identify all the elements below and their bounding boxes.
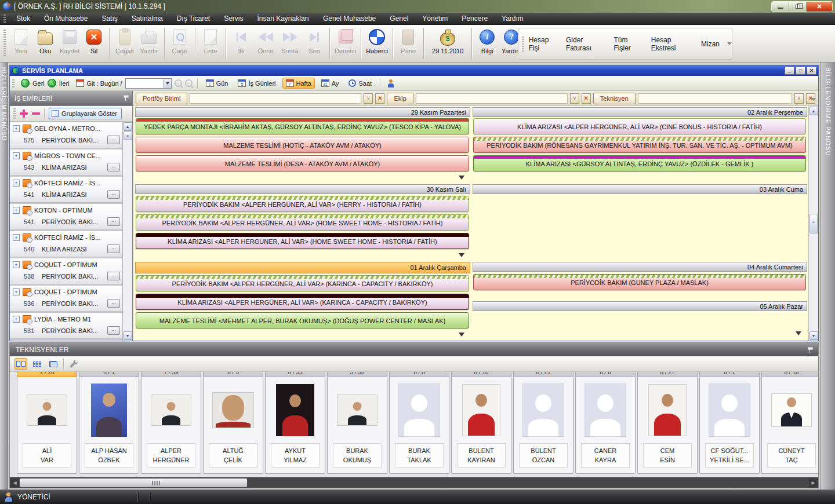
planner-toolbar-overflow-icon[interactable] bbox=[811, 98, 816, 101]
technician-card[interactable]: 8 / 1 ALP HASANÖZBEK bbox=[79, 364, 139, 474]
calendar-event[interactable]: KLİMA ARIZASI <ALPER HERGÜNER, ALİ VAR> … bbox=[136, 294, 469, 310]
work-order-detail-button[interactable]: ... bbox=[107, 299, 120, 308]
technician-card[interactable]: 7 / 59 ALPERHERGÜNER bbox=[141, 364, 201, 474]
day-header[interactable]: 04 Aralık Cumartesi bbox=[473, 262, 807, 272]
menu-satis[interactable]: Satış bbox=[95, 13, 124, 24]
info-board-strip[interactable]: BİLGİLENDİRME PANOSU bbox=[821, 63, 835, 490]
team-button[interactable]: Ekip bbox=[387, 93, 413, 104]
day-header[interactable]: 29 Kasım Pazartesi bbox=[135, 107, 470, 117]
scroll-up-icon[interactable]: ▲ bbox=[124, 122, 132, 131]
expand-icon[interactable]: + bbox=[13, 316, 20, 323]
add-icon[interactable] bbox=[20, 109, 28, 118]
menu-on-muhasebe[interactable]: Ön Muhasebe bbox=[37, 13, 95, 24]
technician-person-icon[interactable] bbox=[387, 79, 394, 87]
day-header[interactable]: 05 Aralık Pazar bbox=[473, 301, 807, 311]
messenger-button[interactable]: Haberci bbox=[364, 25, 390, 61]
technicians-scrollbar[interactable]: ◀ ▶ bbox=[10, 477, 818, 488]
technician-card[interactable]: 8 / 1 CF SOĞUT...YETKİLİ SE... bbox=[699, 364, 760, 474]
quick-link-tum-fisler[interactable]: Tüm Fişler bbox=[614, 36, 644, 52]
day-header[interactable]: 03 Aralık Cuma bbox=[473, 184, 807, 194]
calendar-scrollbar[interactable]: ▲ ▼ bbox=[808, 106, 818, 341]
portfolio-unit-combobox[interactable] bbox=[190, 93, 361, 104]
scroll-left-icon[interactable]: ◀ bbox=[10, 479, 19, 487]
menu-satinalma[interactable]: Satınalma bbox=[125, 13, 170, 24]
calendar-event[interactable]: PERİYODİK BAKIM (GÜNEY PLAZA / MASLAK) bbox=[473, 274, 806, 290]
last-button[interactable]: Son bbox=[302, 25, 326, 61]
technician-card[interactable]: 7 / 26 ALİVAR bbox=[17, 364, 77, 474]
portfolio-clear-icon[interactable]: ✕ bbox=[375, 93, 384, 104]
group-checkbox[interactable] bbox=[52, 110, 59, 117]
technician-card[interactable]: 8 / 18 BÜLENTKAYIRAN bbox=[451, 364, 511, 474]
quick-link-hesap-ekstresi[interactable]: Hesap Ekstresi bbox=[651, 36, 694, 52]
duplicate-button[interactable]: Çoğalt bbox=[112, 25, 137, 61]
call-button[interactable]: Çağır bbox=[168, 25, 192, 61]
calendar-scroll-thumb[interactable] bbox=[809, 214, 818, 233]
technician-card[interactable]: 8 / 27 CEMESİN bbox=[637, 364, 698, 474]
calendar-event[interactable]: MALZEME TESLİMİ (HOTİÇ - ATAKÖY AVM / AT… bbox=[136, 137, 469, 153]
calendar-event[interactable]: KLİMA ARIZASI <ALPER HERGÜNER, ALİ VAR> … bbox=[473, 118, 806, 134]
technicians-scroll-thumb[interactable] bbox=[20, 479, 247, 487]
save-button[interactable]: Kaydet bbox=[57, 25, 82, 61]
expand-icon[interactable]: + bbox=[13, 288, 20, 295]
zoom-out-icon[interactable]: − bbox=[185, 79, 193, 87]
work-order-row[interactable]: +LYDIA - METRO M1 531PERİYODİK BAKI.....… bbox=[10, 313, 122, 338]
quick-link-gider-faturasi[interactable]: Gider Faturası bbox=[566, 36, 607, 52]
cascade-view-button[interactable] bbox=[47, 358, 60, 370]
menu-pencere[interactable]: Pencere bbox=[455, 13, 495, 24]
calendar-scroll-down-icon[interactable]: ▼ bbox=[809, 331, 818, 340]
work-order-detail-button[interactable]: ... bbox=[107, 190, 120, 199]
menu-genel[interactable]: Genel bbox=[383, 13, 415, 24]
view-day-button[interactable]: 1Gün bbox=[202, 78, 232, 89]
calendar-event[interactable]: PERİYODİK BAKIM <ALPER HERGÜNER, ALİ VAR… bbox=[136, 214, 469, 231]
planner-minimize-button[interactable]: _ bbox=[785, 67, 794, 75]
calendar-event[interactable]: PERİYODİK BAKIM (RÖNESANS GAYRİMENKUL YA… bbox=[473, 137, 806, 153]
work-order-detail-button[interactable]: ... bbox=[107, 217, 120, 226]
delete-button[interactable]: ✕Sil bbox=[82, 25, 106, 61]
quick-links-overflow-icon[interactable] bbox=[727, 42, 732, 45]
planner-close-button[interactable]: ✕ bbox=[807, 67, 816, 75]
work-order-row[interactable]: +MİGROS - TOWN CE... 543KLİMA ARIZASI... bbox=[10, 149, 122, 175]
back-label[interactable]: Geri bbox=[32, 80, 45, 87]
more-events-down-icon[interactable] bbox=[796, 331, 801, 335]
view-week-button[interactable]: 7Hafta bbox=[282, 78, 315, 89]
pin-icon[interactable] bbox=[807, 347, 812, 353]
expand-icon[interactable]: + bbox=[13, 261, 20, 268]
work-order-detail-button[interactable]: ... bbox=[107, 244, 120, 253]
menu-yardim[interactable]: Yardım bbox=[495, 13, 531, 24]
technician-card[interactable]: 8 / 18 CÜNEYTTAÇ bbox=[761, 364, 818, 474]
close-button[interactable]: ✕ bbox=[807, 2, 832, 12]
team-combobox[interactable] bbox=[416, 93, 568, 104]
portfolio-dropdown-icon[interactable]: ∨ bbox=[364, 93, 373, 104]
technician-card[interactable]: 8 / 5 ALTUĞÇELİK bbox=[203, 364, 263, 474]
day-header[interactable]: 30 Kasım Salı bbox=[135, 184, 470, 194]
zoom-in-icon[interactable]: + bbox=[175, 79, 182, 87]
minimize-button[interactable] bbox=[772, 2, 789, 12]
pin-icon[interactable] bbox=[123, 95, 128, 101]
menu-insan-kaynaklari[interactable]: İnsan Kaynakları bbox=[251, 13, 316, 24]
work-order-detail-button[interactable]: ... bbox=[107, 136, 120, 144]
menu-dis-ticaret[interactable]: Dış Ticaret bbox=[170, 13, 217, 24]
tools-button[interactable] bbox=[67, 358, 80, 370]
calendar-event[interactable]: MALZEME TESLİMİ (DESA - ATAKÖY AVM / ATA… bbox=[136, 155, 469, 171]
date-combobox[interactable] bbox=[125, 78, 172, 89]
work-orders-scrollbar[interactable]: ▲ ≡ ▼ bbox=[122, 122, 132, 341]
group-toggle[interactable]: Gruplayarak Göster bbox=[49, 108, 122, 119]
calendar-event[interactable]: KLİMA ARIZASI <ALPER HERGÜNER, ALİ VAR> … bbox=[136, 233, 469, 249]
board-button[interactable]: Pano bbox=[396, 25, 420, 61]
remove-icon[interactable] bbox=[32, 109, 40, 118]
combo-dropdown-icon[interactable] bbox=[164, 79, 171, 88]
team-dropdown-icon[interactable]: ∨ bbox=[570, 93, 579, 104]
more-events-down-icon[interactable] bbox=[459, 333, 464, 337]
work-order-row[interactable]: +KÖFTECİ RAMİZ - İS... 540KLİMA ARIZASI.… bbox=[10, 231, 122, 257]
work-order-row[interactable]: +GEL OYNA - METRO... 575PERİYODİK BAKI..… bbox=[10, 122, 122, 148]
first-button[interactable]: İlk bbox=[229, 25, 253, 61]
goto-calendar-icon[interactable] bbox=[76, 79, 84, 87]
calendar-event[interactable]: KLİMA ARIZASI <GÜRSOY ALTINTAŞ, ERDİNÇ Y… bbox=[473, 155, 806, 171]
work-order-row[interactable]: +KOTON - OPTIMUM 541PERİYODİK BAKI...... bbox=[10, 204, 122, 229]
restore-button[interactable] bbox=[789, 2, 807, 12]
work-order-detail-button[interactable]: ... bbox=[107, 272, 120, 280]
goto-today-label[interactable]: Git : Bugün / bbox=[87, 80, 122, 87]
list-button[interactable]: Liste bbox=[198, 25, 223, 61]
menu-yonetim[interactable]: Yönetim bbox=[415, 13, 455, 24]
expand-icon[interactable]: + bbox=[13, 125, 20, 132]
